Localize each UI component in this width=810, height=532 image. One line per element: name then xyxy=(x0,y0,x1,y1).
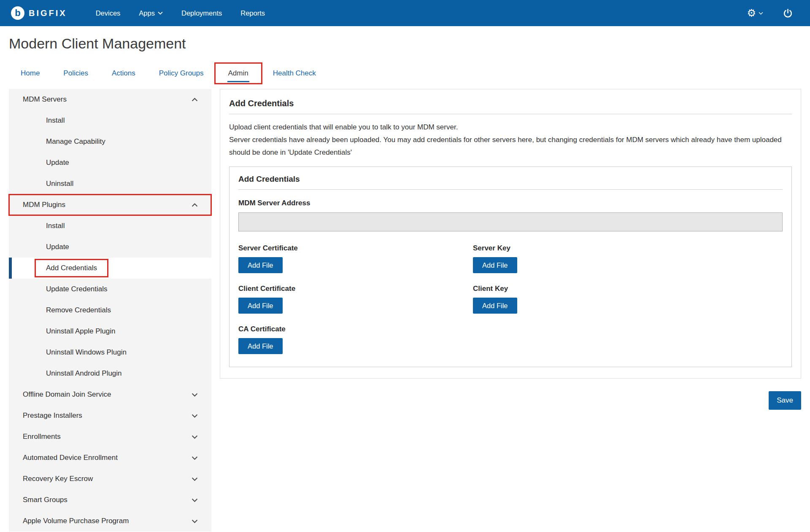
divider xyxy=(229,114,792,114)
chevron-down-icon xyxy=(191,475,199,483)
sidebar-item-label: Uninstall xyxy=(46,180,73,188)
sidebar-item-install[interactable]: Install xyxy=(9,110,211,131)
brand-name: BIGFIX xyxy=(29,8,67,18)
sidebar-section-mdm-plugins[interactable]: MDM Plugins xyxy=(9,194,211,215)
sidebar-item-label: Uninstall Apple Plugin xyxy=(46,327,115,336)
chevron-down-icon xyxy=(191,433,199,441)
field-server-certificate: Server Certificate Add File xyxy=(238,244,473,273)
sidebar-section-enrollments[interactable]: Enrollments xyxy=(9,426,211,447)
logout-button[interactable] xyxy=(783,8,793,19)
field-ca-certificate: CA Certificate Add File xyxy=(238,325,473,354)
sidebar-item-label: Uninstall Android Plugin xyxy=(46,369,122,378)
sidebar-section-label: Offline Domain Join Service xyxy=(23,390,111,399)
tab-actions[interactable]: Actions xyxy=(100,64,147,83)
tab-home[interactable]: Home xyxy=(9,64,51,83)
certificate-fields: Server Certificate Add File Server Key A… xyxy=(238,244,783,354)
page-title: Modern Client Management xyxy=(9,35,810,52)
field-label: Client Key xyxy=(473,285,783,293)
add-file-button-client-key[interactable]: Add File xyxy=(473,298,517,314)
add-file-button-ca-certificate[interactable]: Add File xyxy=(238,338,283,354)
chevron-down-icon xyxy=(759,12,763,15)
tab-admin[interactable]: Admin xyxy=(216,64,261,83)
mdm-server-address-label: MDM Server Address xyxy=(238,199,783,207)
chevron-down-icon xyxy=(191,412,199,420)
content-area: MDM Servers Install Manage Capability Up… xyxy=(9,89,801,532)
gear-icon: ⚙ xyxy=(747,8,756,18)
bigfix-logo[interactable]: b BIGFIX xyxy=(11,6,67,20)
tab-bar: Home Policies Actions Policy Groups Admi… xyxy=(9,64,810,83)
sidebar-item-label: Update Credentials xyxy=(46,285,108,293)
sidebar-item-update-credentials[interactable]: Update Credentials xyxy=(9,279,211,300)
sidebar-item-label: Update xyxy=(46,243,69,251)
field-client-key: Client Key Add File xyxy=(473,285,783,314)
top-bar: b BIGFIX Devices Apps Deployments Report… xyxy=(0,0,810,26)
sidebar-section-automated-device-enrollment[interactable]: Automated Device Enrollment xyxy=(9,447,211,468)
sidebar-section-label: Automated Device Enrollment xyxy=(23,454,118,462)
sidebar-item-uninstall-android-plugin[interactable]: Uninstall Android Plugin xyxy=(9,363,211,384)
add-file-button-client-certificate[interactable]: Add File xyxy=(238,298,283,314)
description-line: Upload client credentials that will enab… xyxy=(229,121,792,134)
sidebar-section-offline-domain-join-service[interactable]: Offline Domain Join Service xyxy=(9,384,211,405)
sidebar-section-label: Recovery Key Escrow xyxy=(23,475,93,483)
add-file-button-server-certificate[interactable]: Add File xyxy=(238,257,283,273)
sidebar-section-label: MDM Plugins xyxy=(23,201,65,209)
settings-menu-button[interactable]: ⚙ xyxy=(747,8,763,18)
tab-label: Health Check xyxy=(273,69,316,78)
sidebar-item-uninstall-windows-plugin[interactable]: Uninstall Windows Plugin xyxy=(9,342,211,363)
tab-policies[interactable]: Policies xyxy=(51,64,100,83)
add-file-button-server-key[interactable]: Add File xyxy=(473,257,517,273)
nav-label: Devices xyxy=(96,9,121,17)
sidebar-item-label: Install xyxy=(46,222,65,230)
sidebar-item-label: Uninstall Windows Plugin xyxy=(46,348,127,357)
sidebar-item-uninstall[interactable]: Uninstall xyxy=(9,173,211,194)
sidebar-item-update[interactable]: Update xyxy=(9,152,211,173)
main-panel: Add Credentials Upload client credential… xyxy=(220,89,801,379)
sidebar-section-prestage-installers[interactable]: Prestage Installers xyxy=(9,405,211,426)
tab-label: Home xyxy=(21,69,40,78)
sidebar-item-label: Install xyxy=(46,116,65,125)
save-row: Save xyxy=(220,391,801,410)
sidebar-item-plugin-update[interactable]: Update xyxy=(9,236,211,258)
save-button[interactable]: Save xyxy=(769,391,801,410)
sidebar-item-plugin-install[interactable]: Install xyxy=(9,215,211,236)
tab-policy-groups[interactable]: Policy Groups xyxy=(147,64,216,83)
sidebar-section-label: Apple Volume Purchase Program xyxy=(23,517,129,525)
sidebar-item-manage-capability[interactable]: Manage Capability xyxy=(9,131,211,152)
top-bar-actions: ⚙ xyxy=(747,8,799,19)
field-client-certificate: Client Certificate Add File xyxy=(238,285,473,314)
tab-label: Actions xyxy=(112,69,135,78)
field-server-key: Server Key Add File xyxy=(473,244,783,273)
nav-item-deployments[interactable]: Deployments xyxy=(172,0,231,26)
mdm-server-address-input[interactable] xyxy=(238,212,783,231)
sidebar-section-apple-volume-purchase-program[interactable]: Apple Volume Purchase Program xyxy=(9,511,211,532)
nav-label: Deployments xyxy=(181,9,222,17)
sidebar-section-label: Prestage Installers xyxy=(23,411,82,420)
sidebar-section-label: Smart Groups xyxy=(23,496,68,504)
power-icon xyxy=(783,8,793,19)
main-column: Add Credentials Upload client credential… xyxy=(220,89,801,410)
section-title: Add Credentials xyxy=(229,99,792,108)
sidebar-item-label: Manage Capability xyxy=(46,137,105,146)
chevron-down-icon xyxy=(191,496,199,504)
tab-health-check[interactable]: Health Check xyxy=(261,64,328,83)
nav-label: Reports xyxy=(240,9,265,17)
chevron-up-icon xyxy=(191,96,199,104)
sidebar-item-label: Update xyxy=(46,159,69,167)
sidebar-item-remove-credentials[interactable]: Remove Credentials xyxy=(9,300,211,321)
field-label: CA Certificate xyxy=(238,325,473,333)
sidebar-section-recovery-key-escrow[interactable]: Recovery Key Escrow xyxy=(9,468,211,489)
nav-item-devices[interactable]: Devices xyxy=(86,0,130,26)
sidebar-item-uninstall-apple-plugin[interactable]: Uninstall Apple Plugin xyxy=(9,321,211,342)
sidebar-item-add-credentials[interactable]: Add Credentials xyxy=(9,258,211,279)
sidebar-section-smart-groups[interactable]: Smart Groups xyxy=(9,489,211,511)
sidebar-section-label: MDM Servers xyxy=(23,95,67,104)
sidebar: MDM Servers Install Manage Capability Up… xyxy=(9,89,211,532)
tab-label: Admin xyxy=(227,65,249,82)
bigfix-logo-icon: b xyxy=(11,6,24,20)
nav-item-apps[interactable]: Apps xyxy=(130,0,172,26)
chevron-up-icon xyxy=(191,201,199,209)
nav-item-reports[interactable]: Reports xyxy=(231,0,274,26)
sidebar-section-mdm-servers[interactable]: MDM Servers xyxy=(9,89,211,110)
sidebar-section-label: Enrollments xyxy=(23,433,61,441)
field-label: Client Certificate xyxy=(238,285,473,293)
